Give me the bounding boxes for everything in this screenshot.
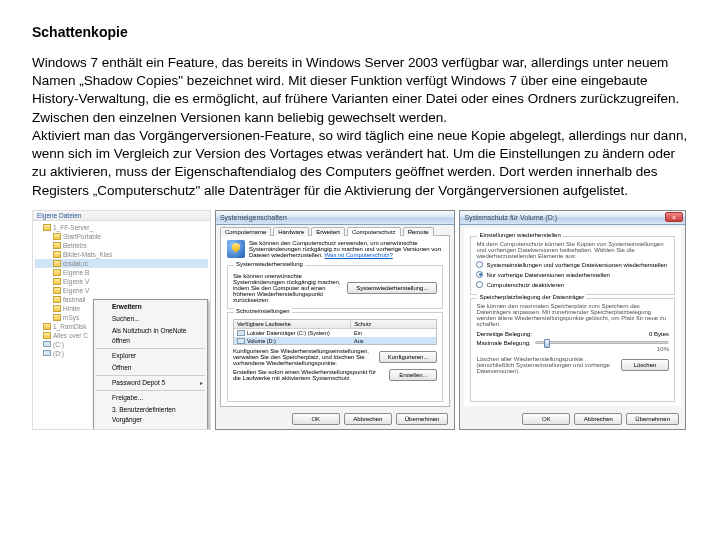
folder-icon [43, 332, 51, 339]
folder-icon [53, 305, 61, 312]
max-usage-slider[interactable] [535, 341, 669, 344]
tab-hardware[interactable]: Hardware [273, 227, 309, 236]
restore-groupbox: Systemwiederherstellung Sie können unerw… [227, 265, 444, 309]
tab-computername[interactable]: Computername [220, 227, 271, 236]
folder-icon [53, 287, 61, 294]
tree-item-label: mSys [63, 313, 79, 322]
apply-button[interactable]: Übernehmen [626, 413, 679, 425]
tab-computerschutz[interactable]: Computerschutz [347, 227, 401, 236]
context-menu-item[interactable]: Password Depot 5▸ [94, 377, 207, 389]
drive-row[interactable]: Lokaler Datenträger (C:) (System)Ein [234, 329, 437, 337]
submenu-arrow-icon: ▸ [200, 378, 203, 388]
current-usage-label: Derzeitige Belegung: [476, 331, 532, 337]
context-menu-item[interactable]: Suchen... [94, 313, 207, 325]
tree-item-label: Eigene V [63, 277, 89, 286]
tree-item[interactable]: 1_FF-Server_ [35, 223, 208, 232]
tab-body-computerschutz: Sie können den Computerschutz verwenden,… [220, 235, 451, 407]
tree-item-label: StartPortable [63, 232, 101, 241]
tree-item-label: (D:) [53, 349, 64, 358]
folder-icon [43, 224, 51, 231]
tree-item[interactable]: Betriebs [35, 241, 208, 250]
context-menu[interactable]: ErweiternSuchen...Als Notizbuch in OneNo… [93, 299, 208, 430]
tree-item-label: (C:) [53, 340, 64, 349]
cancel-button[interactable]: Abbrechen [574, 413, 622, 425]
configure-button[interactable]: Konfigurieren... [379, 351, 438, 363]
tree-item-label: 1_RamDisk [53, 322, 87, 331]
drive-list[interactable]: Verfügbare Laufwerke Schutz Lokaler Date… [233, 319, 438, 345]
group-legend: Speicherplatzbelegung der Datenträger [477, 294, 586, 300]
group-legend: Schutzeinstellungen [234, 308, 292, 314]
tree-header: Eigene Dateien [33, 211, 210, 221]
tree-item-label: Hinter [63, 304, 80, 313]
folder-icon [53, 233, 61, 240]
delete-button[interactable]: Löschen [621, 359, 669, 371]
context-menu-item[interactable]: Freigabe... [94, 392, 207, 404]
tree-item[interactable]: StartPortable [35, 232, 208, 241]
current-usage-value: 0 Bytes [649, 331, 669, 337]
radio-system-and-files[interactable]: Systemeinstellungen und vorherige Dateiv… [476, 261, 669, 269]
configure-text: Konfigurieren Sie Wiederherstellungseins… [233, 348, 375, 366]
drive-name: Lokaler Datenträger (C:) (System) [247, 330, 330, 336]
tree-item[interactable]: Eigene B [35, 268, 208, 277]
context-menu-item[interactable]: 3. Benutzerdefinierten Vorgänger [94, 404, 207, 426]
group-legend: Systemwiederherstellung [234, 261, 305, 267]
apply-button[interactable]: Übernehmen [396, 413, 449, 425]
tree-item[interactable]: Bilder-Mats_Klas [35, 250, 208, 259]
drive-row[interactable]: Volume (D:)Aus [234, 337, 437, 345]
drive-icon [237, 330, 245, 336]
tree-item-label: crsdat.rc [63, 259, 88, 268]
tree-item-label: Eigene B [63, 268, 89, 277]
usage-text: Sie können den maximalen Speicherplatz z… [476, 303, 669, 327]
help-link[interactable]: Was ist Computerschutz? [325, 252, 393, 258]
context-menu-item[interactable]: Erweitern [94, 301, 207, 313]
folder-icon [53, 278, 61, 285]
titlebar: Systemschutz für Volume (D:) × [460, 211, 685, 225]
intro-text: Sie können den Computerschutz verwenden,… [249, 240, 444, 258]
tab-remote[interactable]: Remote [403, 227, 434, 236]
context-menu-item[interactable]: Als Notizbuch in OneNote öffnen [94, 325, 207, 347]
ok-button[interactable]: OK [292, 413, 340, 425]
titlebar: Systemeigenschaften [216, 211, 455, 225]
radio-disable[interactable]: Computerschutz deaktivieren [476, 281, 669, 289]
folder-icon [53, 314, 61, 321]
drive-status: Aus [351, 337, 436, 345]
context-menu-item[interactable]: Notizknoten als E-Mail senden... [94, 426, 207, 430]
tabs[interactable]: ComputernameHardwareErweitertComputersch… [216, 225, 455, 236]
volume-protection-dialog: Systemschutz für Volume (D:) × Einstellu… [459, 210, 686, 430]
protection-settings-groupbox: Schutzeinstellungen Verfügbare Laufwerke… [227, 312, 444, 402]
create-button[interactable]: Erstellen... [389, 369, 437, 381]
folder-icon [43, 323, 51, 330]
folder-icon [53, 251, 61, 258]
tree-item-label: 1_FF-Server_ [53, 223, 93, 232]
folder-icon [53, 242, 61, 249]
max-usage-value: 10% [476, 346, 669, 352]
folder-icon [53, 260, 61, 267]
context-menu-item[interactable]: Öffnen [94, 362, 207, 374]
group-legend: Einstellungen wiederherstellen [477, 232, 562, 238]
col-drive: Verfügbare Laufwerke [234, 320, 352, 328]
drive-icon [237, 338, 245, 344]
shield-icon [227, 240, 245, 258]
col-protection: Schutz [351, 320, 436, 328]
cancel-button[interactable]: Abbrechen [344, 413, 392, 425]
tree-item[interactable]: crsdat.rc [35, 259, 208, 268]
radio-files-only[interactable]: Nur vorherige Dateiversionen wiederherst… [476, 271, 669, 279]
drive-icon [43, 341, 51, 347]
intro-text: Mit dem Computerschutz können Sie Kopien… [476, 241, 669, 259]
page-title: Schattenkopie [32, 24, 688, 40]
tree-item-label: Alles over C [53, 331, 88, 340]
screenshot-row: Eigene Dateien 1_FF-Server_StartPortable… [32, 210, 686, 430]
restore-settings-groupbox: Einstellungen wiederherstellen Mit dem C… [470, 236, 675, 295]
restore-text: Sie können unerwünschte Systemänderungen… [233, 273, 343, 303]
system-restore-button[interactable]: Systemwiederherstellung... [347, 282, 437, 294]
tree-item[interactable]: Eigene V [35, 286, 208, 295]
folder-icon [53, 296, 61, 303]
close-icon[interactable]: × [665, 212, 683, 222]
tree-item-label: Betriebs [63, 241, 87, 250]
drive-status: Ein [351, 329, 436, 337]
tree-item[interactable]: Eigene V [35, 277, 208, 286]
tab-erweitert[interactable]: Erweitert [311, 227, 345, 236]
tree-item-label: Eigene V [63, 286, 89, 295]
context-menu-item[interactable]: Explorer [94, 350, 207, 362]
ok-button[interactable]: OK [522, 413, 570, 425]
